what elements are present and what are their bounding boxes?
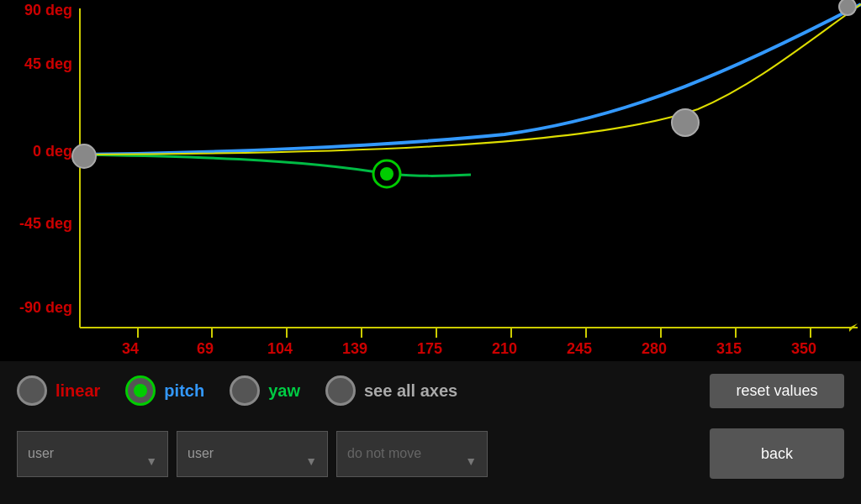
x-label-350: 350: [791, 340, 816, 358]
input2-dropdown[interactable]: user ▼: [177, 431, 328, 477]
radio-group-linear[interactable]: linear: [17, 375, 100, 406]
x-label-280: 280: [642, 340, 667, 358]
radio-group-pitch[interactable]: pitch: [125, 375, 204, 406]
x-label-315: 315: [716, 340, 742, 358]
y-label-90: 90 deg: [24, 2, 72, 19]
input1-value: user: [28, 446, 54, 461]
y-axis-labels: 90 deg 45 deg 0 deg -45 deg -90 deg: [0, 0, 76, 336]
radio-group-see-all-axes[interactable]: see all axes: [325, 375, 457, 406]
input2-arrow: ▼: [305, 454, 317, 468]
radio-label-pitch: pitch: [164, 381, 204, 401]
svg-point-13: [72, 144, 96, 168]
back-button[interactable]: back: [710, 428, 844, 479]
y-label-0: 0 deg: [33, 143, 72, 160]
x-label-34: 34: [122, 340, 139, 358]
y-label-neg45: -45 deg: [19, 215, 72, 233]
x-label-210: 210: [492, 340, 517, 358]
y-label-neg90: -90 deg: [19, 299, 72, 317]
radio-group-yaw[interactable]: yaw: [230, 375, 300, 406]
chart-svg: [0, 0, 861, 361]
svg-point-15: [380, 167, 394, 181]
svg-point-17: [839, 0, 856, 15]
x-axis-labels: 34 69 104 139 175 210 245 280 315 350: [0, 328, 861, 361]
input1-arrow: ▼: [145, 454, 157, 468]
chart-area: 90 deg 45 deg 0 deg -45 deg -90 deg 34 6…: [0, 0, 861, 361]
radio-label-yaw: yaw: [268, 381, 300, 401]
x-label-245: 245: [567, 340, 592, 358]
input2-value: user: [188, 446, 214, 461]
reset-values-button[interactable]: reset values: [710, 374, 844, 408]
x-label-69: 69: [197, 340, 214, 358]
radio-btn-yaw[interactable]: [230, 375, 260, 406]
radio-label-see-all-axes: see all axes: [364, 381, 457, 401]
radio-label-linear: linear: [55, 381, 100, 401]
bottom-bar: linear pitch yaw see all axes reset valu…: [0, 361, 861, 504]
svg-point-16: [672, 109, 699, 136]
input3-arrow: ▼: [465, 454, 477, 468]
x-label-104: 104: [267, 340, 293, 358]
x-label-139: 139: [342, 340, 367, 358]
radio-btn-pitch[interactable]: [125, 375, 156, 406]
input1-dropdown[interactable]: user ▼: [17, 431, 168, 477]
controls-row: linear pitch yaw see all axes reset valu…: [0, 361, 861, 420]
inputs-row: user ▼ user ▼ do not move ▼ back: [0, 420, 861, 487]
radio-btn-linear[interactable]: [17, 375, 47, 406]
radio-btn-see-all-axes[interactable]: [325, 375, 356, 406]
input3-placeholder: do not move: [347, 446, 421, 461]
input3-dropdown[interactable]: do not move ▼: [336, 431, 488, 477]
y-label-45: 45 deg: [24, 55, 72, 73]
x-label-175: 175: [417, 340, 442, 358]
